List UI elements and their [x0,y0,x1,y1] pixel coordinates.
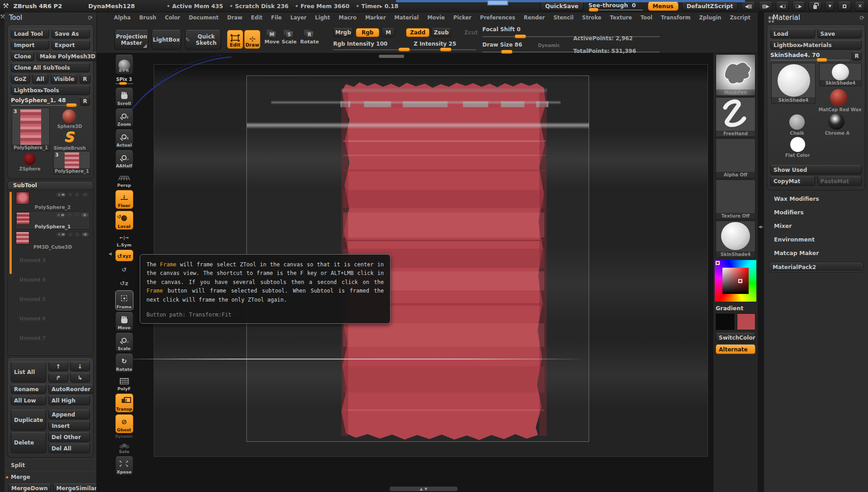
stroke-selector[interactable]: FreeHand [716,97,755,137]
close-button[interactable]: ✕ [854,2,865,11]
chrome-a-thumbnail[interactable] [828,114,844,130]
strip-move-button[interactable]: Move [115,312,133,331]
refresh-icon[interactable]: ⟳ [88,14,93,21]
alpha-selector[interactable]: Alpha Off [716,138,755,178]
sxyz-button[interactable]: ↺ xyz [115,250,133,261]
menu-texture[interactable]: Texture [610,14,632,21]
color-picker[interactable] [715,260,756,302]
mergedown-button[interactable]: MergeDown [8,483,51,492]
zoom-button[interactable]: ↕ Zoom [115,109,133,128]
draw-mode-button[interactable]: -¦- Draw [244,30,260,49]
actual-button[interactable]: ×1 Actual [115,129,133,148]
all-low-button[interactable]: All Low [11,396,46,405]
export-button[interactable]: Export [52,40,90,50]
pastemat-button[interactable]: PasteMat [817,176,862,186]
zcut-button[interactable]: Zcut [462,28,480,37]
material-r-button[interactable]: R [852,52,862,61]
menu-stroke[interactable]: Stroke [582,14,602,21]
clone-all-subtools-button[interactable]: Clone All SubTools [11,63,90,72]
intensity-slider-track[interactable] [333,49,476,50]
panel-collapse-arrow-icon[interactable]: ◀ [108,251,112,256]
strip-scale-button[interactable]: ▫ Scale [115,333,133,352]
menu-edit[interactable]: Edit [251,14,263,21]
canvas-viewport[interactable]: ▲▼ ◀ The Frame will frame select ZTool i… [97,53,713,492]
matcap-red-wax-thumbnail[interactable] [830,89,847,106]
insert-button[interactable]: Insert [48,421,90,430]
skinshade4-large-thumbnail[interactable]: SkinShade4 [771,63,816,104]
polyf-button[interactable]: PolyF [115,374,133,392]
scroll-down-icon[interactable]: ▼ [425,487,427,491]
material-selector[interactable]: SkinShade4 [716,221,755,258]
menu-picker[interactable]: Picker [453,14,472,21]
right-panel-divider[interactable]: ◀▶ [758,12,764,492]
subtool-move-bottom-button[interactable]: ↳ [70,373,90,383]
environment-section[interactable]: Environment [764,232,868,246]
menu-marker[interactable]: Marker [365,14,386,21]
list-all-button[interactable]: List All [11,362,46,383]
modifiers-section[interactable]: Modifiers [764,205,868,219]
save-as-button[interactable]: Save As [52,29,90,38]
subtool-scrollbar[interactable] [9,192,12,274]
append-button[interactable]: Append [48,410,90,419]
menu-draw[interactable]: Draw [227,14,242,21]
canvas-top-scroll-handle[interactable] [379,55,404,58]
menu-stencil[interactable]: Stencil [553,14,573,21]
goz-r-button[interactable]: R [80,74,90,84]
mixer-section[interactable]: Mixer [764,219,868,232]
chalk-thumbnail[interactable] [789,114,805,130]
secondary-color-swatch[interactable] [737,313,756,330]
menu-document[interactable]: Document [189,14,219,21]
matcap-maker-section[interactable]: Matcap Maker [764,246,868,260]
next-zscript-icon[interactable]: ||||▶ [759,2,773,11]
dynamic-label[interactable]: Dynamic [538,43,560,48]
refresh-icon[interactable]: ⟳ [859,14,864,21]
subtool-down-button[interactable]: ↓ [70,362,90,371]
lightbox-tools-button[interactable]: Lightbox▸Tools [11,85,90,95]
prev-zscript-icon[interactable]: ◀|||| [741,2,755,11]
switchcolor-button[interactable]: SwitchColor [716,333,755,342]
scroll-button[interactable]: Scroll [115,88,133,107]
autoreorder-button[interactable]: AutoReorder [48,384,94,394]
menu-color[interactable]: Color [165,14,180,21]
focal-shift-track[interactable] [482,36,660,37]
goz-button[interactable]: GoZ [11,74,30,84]
scroll-up-icon[interactable]: ▲ [420,487,423,491]
draw-size-handle[interactable] [501,50,513,54]
hue-selector-icon[interactable] [716,261,720,265]
eye-icon[interactable] [82,232,89,237]
projection-master-button[interactable]: Projection Master [114,30,149,50]
del-other-button[interactable]: Del Other [48,432,90,442]
menu-file[interactable]: File [271,14,282,21]
saturation-value-square[interactable] [722,268,749,294]
floor-button[interactable]: ↓ Floor [115,190,133,209]
mergesimilar-button[interactable]: MergeSimilar [53,483,97,492]
subtool-row-polysphere2[interactable]: PolySphere_2 [15,191,90,210]
eye-icon[interactable] [82,193,89,197]
next-document-icon[interactable]: ❏▶ [792,2,805,11]
lsym-button[interactable]: ←¦→ L.Sym [115,232,133,248]
split-section-header[interactable]: Split [5,459,96,471]
canvas-bottom-scrollbar[interactable]: ▲▼ [390,487,458,491]
goz-visible-button[interactable]: Visible [51,74,77,84]
sv-selector-icon[interactable] [738,279,742,283]
subtool-header[interactable]: SubTool [7,181,94,189]
z-intensity-handle[interactable] [440,47,452,52]
lightbox-materials-button[interactable]: Lightbox▸Materials [770,40,862,50]
strip-rotate-button[interactable]: ↻ Rotate [115,354,133,373]
xpose-button[interactable]: ↖ ↗↙ ↘ Xpose [115,456,133,475]
rgb-button[interactable]: Rgb [356,28,379,37]
menu-movie[interactable]: Movie [427,14,445,21]
mrgb-button[interactable]: Mrgb [333,28,353,37]
restore-button[interactable] [838,2,851,11]
delete-button[interactable]: Delete [11,432,46,453]
lock-icon[interactable] [808,2,822,11]
solo-button[interactable]: Solo [115,440,133,454]
frame-button[interactable]: Frame [115,290,133,310]
subtool-row-pm3d-cube3d[interactable]: PM3D_Cube3D [15,231,90,250]
zadd-button[interactable]: Zadd [406,28,429,37]
del-all-button[interactable]: Del All [48,444,90,453]
wax-modifiers-section[interactable]: Wax Modifiers [764,192,868,205]
aahalf-button[interactable]: ▭ AAHalf [115,150,133,169]
menu-transform[interactable]: Transform [661,14,691,21]
ghost-button[interactable]: ⊘ Ghost [115,414,133,433]
